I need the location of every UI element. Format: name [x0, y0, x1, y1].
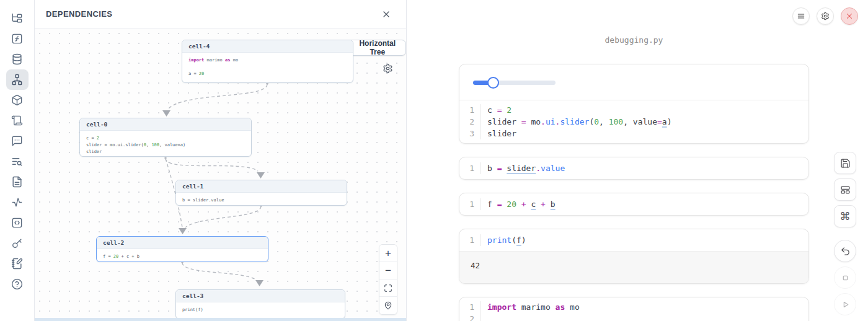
- view-button-label: Horizontal Tree: [355, 39, 399, 56]
- panel-help[interactable]: [6, 274, 29, 294]
- run-button: [834, 293, 856, 315]
- undo-icon: [840, 246, 851, 257]
- dependencies-panel-header: DEPENDENCIES: [35, 0, 406, 29]
- line-numbers: 1: [459, 162, 480, 174]
- save-button[interactable]: [834, 152, 856, 174]
- slider-thumb[interactable]: [487, 77, 499, 89]
- node-title: cell-1: [176, 180, 347, 193]
- dependency-graph-canvas[interactable]: Mini MapVertical TreeHorizontal Tree +− …: [35, 29, 406, 321]
- panel-variables[interactable]: [6, 29, 29, 49]
- code-lines: print(f): [480, 234, 526, 246]
- zoom-out-button-glyph: −: [385, 265, 391, 276]
- line-numbers: 12: [459, 301, 480, 321]
- node-code: print(f): [176, 302, 345, 318]
- fit-view-button[interactable]: [379, 279, 397, 297]
- graph-zoom-controls: +−: [379, 244, 397, 315]
- layout-toggle-button[interactable]: [834, 178, 856, 201]
- graph-node-cell-3[interactable]: cell-3print(f): [175, 289, 345, 319]
- function-square-icon: [11, 33, 23, 45]
- close-icon: [845, 12, 854, 20]
- help-circle-icon: [11, 278, 23, 290]
- panel-chat[interactable]: [6, 131, 29, 151]
- graph-node-cell-4[interactable]: cell-4import marimo as mo a = 20: [182, 40, 353, 83]
- maximize-icon: [384, 284, 392, 292]
- map-pin-icon: [384, 301, 392, 310]
- dependencies-panel: DEPENDENCIES Mini MapVertical TreeHorizo…: [35, 0, 407, 321]
- node-title: cell-4: [182, 40, 353, 53]
- save-icon: [840, 158, 851, 169]
- graph-settings-button[interactable]: [383, 63, 394, 74]
- slider-widget[interactable]: [473, 81, 556, 85]
- gear-icon: [821, 12, 830, 20]
- notebook-settings-button[interactable]: [817, 7, 834, 25]
- file-text-icon: [11, 176, 23, 188]
- helper-panel-sidebar: [0, 0, 35, 321]
- cell-slider: 123c = 2slider = mo.ui.slider(0, 100, va…: [459, 64, 809, 144]
- panel-outline-search[interactable]: [6, 151, 29, 172]
- layout-icon: [840, 185, 851, 195]
- notebook-filename[interactable]: debugging.py: [459, 35, 809, 45]
- notebook-menu-button[interactable]: [792, 7, 810, 25]
- panel-packages[interactable]: [6, 90, 29, 110]
- panel-dependencies[interactable]: [6, 69, 29, 90]
- notebook-pen-icon: [11, 258, 23, 270]
- code-lines: f = 20 + c + b: [480, 198, 556, 210]
- zoom-in-button-glyph: +: [385, 248, 391, 258]
- command-icon: ⌘: [840, 211, 851, 222]
- line-numbers: 1: [459, 198, 480, 210]
- list-search-icon: [11, 156, 23, 167]
- close-panel-button[interactable]: [381, 8, 394, 20]
- node-code: b = slider.value: [176, 193, 347, 206]
- database-icon: [11, 53, 23, 65]
- code-editor[interactable]: 12import marimo as mo: [459, 297, 808, 321]
- panel-scratchpad[interactable]: [6, 253, 29, 274]
- box-icon: [11, 94, 23, 106]
- code-square-icon: [11, 217, 23, 229]
- panel-snippets[interactable]: [6, 213, 29, 233]
- stop-button: [834, 266, 856, 289]
- gear-icon: [383, 63, 394, 74]
- keyboard-shortcuts-button[interactable]: ⌘: [834, 205, 856, 227]
- cell-f: 1f = 20 + c + b: [459, 193, 809, 216]
- cell-b: 1b = slider.value: [459, 157, 809, 180]
- line-numbers: 123: [459, 104, 480, 139]
- panel-logs[interactable]: [6, 110, 29, 131]
- cell-print: 1print(f)42: [459, 229, 809, 284]
- panel-datasources[interactable]: [6, 49, 29, 69]
- key-icon: [11, 237, 23, 249]
- code-editor[interactable]: 1f = 20 + c + b: [459, 193, 808, 215]
- code-editor[interactable]: 123c = 2slider = mo.ui.slider(0, 100, va…: [459, 100, 808, 143]
- graph-node-cell-2[interactable]: cell-2f = 20 + c + b: [96, 236, 268, 262]
- locate-button[interactable]: [379, 297, 397, 314]
- notebook-area: debugging.py 123c = 2slider = mo.ui.slid…: [407, 0, 868, 321]
- panel-bottom-scrollbar[interactable]: [35, 318, 406, 321]
- node-title: cell-2: [97, 237, 268, 249]
- panel-tracing[interactable]: [6, 192, 29, 213]
- panel-documentation[interactable]: [6, 172, 29, 192]
- chat-icon: [11, 135, 23, 147]
- notebook-header-buttons: [792, 7, 858, 25]
- code-editor[interactable]: 1print(f): [459, 229, 808, 251]
- graph-node-cell-1[interactable]: cell-1b = slider.value: [175, 180, 347, 206]
- scroll-icon: [11, 115, 23, 126]
- cell-output-widget: [459, 64, 808, 100]
- zoom-in-button[interactable]: +: [379, 245, 397, 262]
- node-title: cell-0: [80, 118, 251, 131]
- graph-node-cell-0[interactable]: cell-0c = 2slider = mo.ui.slider(0, 100,…: [79, 118, 252, 157]
- code-lines: b = slider.value: [480, 162, 565, 174]
- zoom-out-button[interactable]: −: [379, 262, 397, 279]
- code-lines: import marimo as mo: [480, 301, 580, 321]
- node-code: import marimo as mo a = 20: [182, 53, 353, 82]
- panel-secrets[interactable]: [6, 233, 29, 253]
- activity-icon: [11, 196, 23, 208]
- panel-title: DEPENDENCIES: [46, 9, 112, 19]
- undo-button[interactable]: [834, 240, 856, 262]
- code-editor[interactable]: 1b = slider.value: [459, 157, 808, 179]
- code-lines: c = 2slider = mo.ui.slider(0, 100, value…: [480, 104, 671, 139]
- shutdown-button[interactable]: [841, 7, 858, 25]
- node-code: f = 20 + c + b: [97, 249, 268, 262]
- menu-icon: [797, 12, 805, 20]
- panel-file-explorer[interactable]: [6, 8, 29, 29]
- play-icon: [840, 299, 851, 310]
- notebook-cells: 123c = 2slider = mo.ui.slider(0, 100, va…: [459, 64, 809, 321]
